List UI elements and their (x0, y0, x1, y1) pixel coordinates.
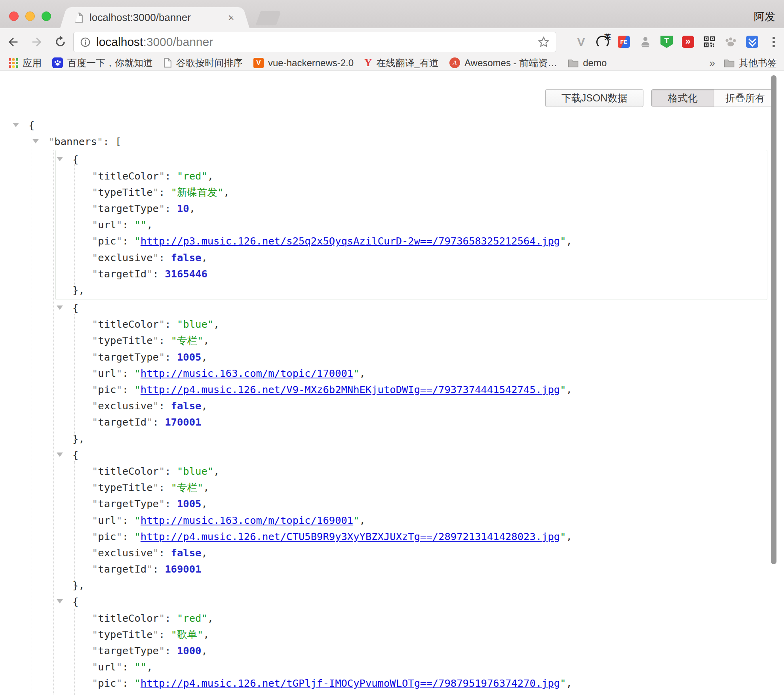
collapse-triangle-icon[interactable] (13, 123, 19, 127)
json-link[interactable]: http://p4.music.126.net/V9-MXz6b2MNhEKju… (141, 384, 560, 395)
format-collapse-group: 格式化 折叠所有 (651, 89, 776, 107)
json-line: { (0, 594, 784, 610)
json-object: {"titleColor": "red","typeTitle": "新碟首发"… (55, 150, 767, 300)
browser-window: { "browser": { "profile_name": "阿发", "ta… (0, 0, 784, 695)
sync-shield-icon[interactable] (746, 35, 759, 48)
json-line: "exclusive": false (0, 692, 784, 695)
json-line: "url": "", (56, 217, 767, 233)
collapse-triangle-icon[interactable] (57, 157, 63, 161)
json-line: "exclusive": false, (0, 545, 784, 561)
extension-icons: V 英 FE T » (575, 28, 780, 55)
download-json-button[interactable]: 下载JSON数据 (545, 89, 643, 107)
json-link[interactable]: http://music.163.com/m/topic/170001 (141, 367, 353, 379)
json-link[interactable]: http://p4.music.126.net/CTU5B9R9y3XyYBZX… (141, 531, 560, 542)
json-line: "typeTitle": "歌单", (0, 626, 784, 643)
forward-button[interactable] (30, 35, 44, 49)
youdao-icon: Y (364, 57, 372, 69)
json-line: }, (0, 431, 784, 447)
collapse-triangle-icon[interactable] (57, 305, 63, 310)
folder-icon (724, 59, 735, 67)
collapse-all-button[interactable]: 折叠所有 (714, 90, 776, 107)
format-button[interactable]: 格式化 (652, 90, 714, 107)
vertical-scrollbar[interactable] (771, 75, 776, 564)
json-line: "targetId": 170001 (0, 414, 784, 430)
json-link[interactable]: http://p4.music.126.net/tGPljf-IMOCyPvum… (141, 677, 560, 689)
collapse-triangle-icon[interactable] (32, 139, 39, 143)
titlebar: localhost:3000/banner 阿发 (0, 0, 784, 28)
json-line: { (0, 447, 784, 463)
json-line: "typeTitle": "专栏", (0, 479, 784, 496)
bookmark-awesomes[interactable]: A Awesomes - 前端资… (449, 57, 557, 69)
browser-menu-icon[interactable] (767, 35, 780, 48)
json-line: "url": "", (0, 659, 784, 675)
person-icon[interactable] (639, 35, 652, 48)
json-object: {"titleColor": "blue","typeTitle": "专栏",… (0, 300, 784, 447)
tab-title: localhost:3000/banner (89, 11, 222, 24)
vue-icon: V (253, 58, 264, 68)
toolbar: localhost:3000/banner V 英 FE T » (0, 28, 784, 55)
bookmark-demo-folder[interactable]: demo (568, 57, 607, 69)
json-link[interactable]: http://music.163.com/m/topic/169001 (141, 514, 353, 526)
json-line: }, (56, 282, 767, 298)
bookmark-vue-hackernews[interactable]: V vue-hackernews-2.0 (253, 57, 354, 69)
json-line: "targetType": 1000, (0, 643, 784, 659)
tab-close-icon[interactable] (228, 12, 234, 23)
json-line: "targetId": 3165446 (56, 266, 767, 282)
page-icon (164, 58, 172, 68)
close-window-button[interactable] (9, 11, 19, 21)
minimize-window-button[interactable] (25, 11, 35, 21)
fullscreen-window-button[interactable] (42, 11, 51, 21)
info-icon[interactable] (80, 37, 91, 48)
json-line: "pic": "http://p4.music.126.net/CTU5B9R9… (0, 529, 784, 545)
json-line: "exclusive": false, (56, 250, 767, 266)
url-host: localhost (96, 35, 143, 49)
json-line: "titleColor": "blue", (0, 316, 784, 332)
json-line: "typeTitle": "专栏", (0, 332, 784, 349)
bookmarks-bar: 应用 百度一下，你就知道 谷歌按时间排序 V vue-hackernews-2.… (0, 55, 784, 71)
json-line: "targetId": 169001 (0, 561, 784, 577)
json-line: "targetType": 1005, (0, 496, 784, 512)
bookmark-youdao[interactable]: Y 在线翻译_有道 (364, 57, 439, 69)
bookmark-baidu[interactable]: 百度一下，你就知道 (52, 57, 153, 69)
json-tree: {"banners": [{"titleColor": "red","typeT… (0, 117, 784, 695)
json-line: { (0, 117, 784, 134)
json-line: { (56, 151, 767, 168)
json-line: }, (0, 577, 784, 594)
fehelper-icon[interactable]: FE (617, 35, 630, 48)
json-line: "url": "http://music.163.com/m/topic/169… (0, 512, 784, 529)
baidu-paw-icon (52, 57, 63, 68)
json-link[interactable]: http://p3.music.126.net/s25q2x5QyqsAzilC… (141, 235, 560, 247)
translate-icon[interactable]: 英 (596, 35, 609, 48)
json-line: "titleColor": "red", (56, 168, 767, 184)
bookmark-star-icon[interactable] (538, 36, 550, 48)
page-icon (74, 12, 83, 23)
page-content: 下载JSON数据 格式化 折叠所有 {"banners": [{"titleCo… (0, 71, 784, 695)
other-bookmarks-folder[interactable]: 其他书签 (724, 57, 777, 69)
awesomes-icon: A (449, 57, 460, 68)
vimium-icon[interactable]: V (575, 35, 588, 48)
bookmark-apps[interactable]: 应用 (9, 57, 42, 69)
collapse-triangle-icon[interactable] (57, 599, 63, 603)
bookmarks-overflow-chevron[interactable]: » (710, 57, 715, 69)
json-line: "pic": "http://p4.music.126.net/tGPljf-I… (0, 675, 784, 691)
video-download-icon[interactable]: » (681, 35, 695, 48)
json-line: "typeTitle": "新碟首发", (56, 184, 767, 200)
bookmark-google-sort[interactable]: 谷歌按时间排序 (164, 57, 243, 69)
address-bar[interactable]: localhost:3000/banner (73, 32, 556, 52)
paw-icon[interactable] (724, 35, 737, 48)
json-line: "exclusive": false, (0, 398, 784, 414)
collapse-triangle-icon[interactable] (57, 453, 63, 457)
new-tab-button[interactable] (255, 11, 281, 25)
json-line: "banners": [ (0, 134, 784, 150)
json-line: "titleColor": "red", (0, 610, 784, 626)
json-line: { (0, 300, 784, 316)
qrcode-icon[interactable] (703, 35, 716, 48)
back-button[interactable] (6, 35, 20, 49)
profile-name[interactable]: 阿发 (754, 10, 775, 24)
json-line: "pic": "http://p4.music.126.net/V9-MXz6b… (0, 382, 784, 398)
json-object: {"titleColor": "blue","typeTitle": "专栏",… (0, 447, 784, 594)
browser-tab[interactable]: localhost:3000/banner (70, 7, 240, 28)
tampermonkey-icon[interactable]: T (660, 35, 673, 48)
json-line: "targetType": 10, (56, 200, 767, 217)
reload-button[interactable] (54, 35, 67, 48)
